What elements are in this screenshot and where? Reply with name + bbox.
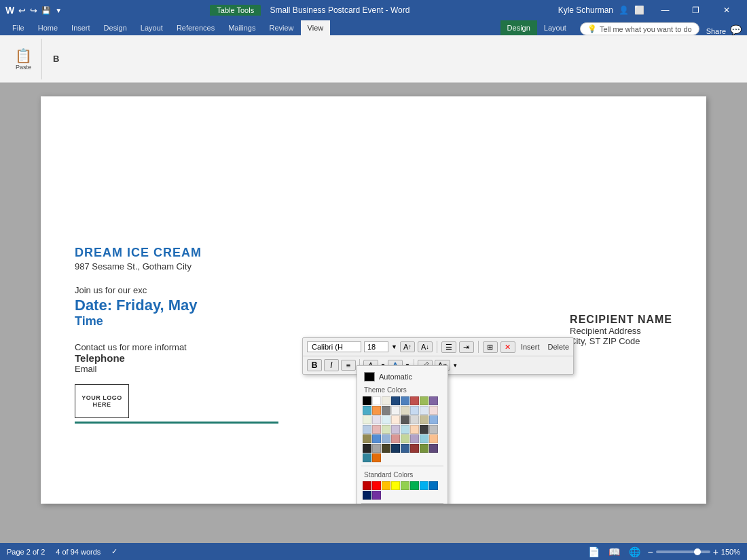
color-cell[interactable] (420, 396, 429, 405)
color-cell[interactable] (382, 406, 390, 415)
color-cell[interactable] (429, 481, 438, 490)
color-cell[interactable] (429, 444, 438, 453)
close-button[interactable]: ✕ (711, 0, 742, 20)
tab-table-layout[interactable]: Layout (537, 20, 573, 35)
color-cell[interactable] (372, 434, 381, 443)
color-cell[interactable] (429, 415, 438, 424)
color-cell[interactable] (363, 425, 371, 434)
color-cell[interactable] (363, 453, 371, 462)
color-cell[interactable] (382, 434, 390, 443)
color-cell[interactable] (391, 406, 400, 415)
color-cell[interactable] (372, 406, 381, 415)
join-text[interactable]: Join us for our exc (75, 285, 672, 295)
restore-button[interactable]: ❐ (680, 0, 711, 20)
color-cell[interactable] (401, 444, 409, 453)
minimize-button[interactable]: — (650, 0, 680, 20)
color-cell[interactable] (391, 396, 400, 405)
recipient-name[interactable]: RECIPIENT NAME (570, 314, 672, 326)
color-cell[interactable] (363, 434, 371, 443)
tell-me-input[interactable]: 💡 Tell me what you want to do (580, 22, 699, 35)
quick-access-customize[interactable]: ▼ (55, 7, 62, 14)
proofing-icon[interactable]: ✓ (111, 547, 117, 556)
color-cell[interactable] (372, 491, 381, 500)
ft-delete-label[interactable]: Delete (547, 343, 569, 351)
zoom-in-button[interactable]: + (713, 546, 718, 557)
color-cell[interactable] (410, 434, 419, 443)
quick-access-redo[interactable]: ↪ (30, 5, 37, 16)
color-cell[interactable] (363, 491, 371, 500)
ft-insert-label[interactable]: Insert (521, 343, 540, 351)
color-cell[interactable] (372, 444, 381, 453)
print-layout-view-button[interactable]: 📄 (586, 546, 601, 557)
color-cell[interactable] (410, 415, 419, 424)
color-cell[interactable] (420, 415, 429, 424)
italic-format-button[interactable]: I (324, 359, 339, 371)
quick-access-save[interactable]: 💾 (41, 6, 51, 15)
font-shrink-button[interactable]: A↓ (418, 341, 433, 352)
tab-view[interactable]: View (301, 20, 331, 35)
color-cell[interactable] (410, 406, 419, 415)
color-cell[interactable] (391, 444, 400, 453)
tab-home[interactable]: Home (31, 20, 65, 35)
paste-button[interactable]: 📋 Paste (11, 41, 36, 77)
color-cell[interactable] (372, 425, 381, 434)
color-cell[interactable] (382, 444, 390, 453)
color-cell[interactable] (429, 434, 438, 443)
quick-access-undo[interactable]: ↩ (18, 5, 26, 16)
color-cell[interactable] (391, 434, 400, 443)
color-cell[interactable] (420, 444, 429, 453)
color-cell[interactable] (410, 396, 419, 405)
styles-dropdown-icon[interactable]: ▼ (452, 362, 458, 369)
comments-icon[interactable]: 💬 (730, 24, 742, 35)
color-cell[interactable] (410, 481, 419, 490)
read-mode-view-button[interactable]: 📖 (606, 546, 621, 557)
recipient-city[interactable]: City, ST ZIP Code (570, 336, 672, 346)
color-cell[interactable] (401, 434, 409, 443)
color-cell[interactable] (372, 481, 381, 490)
bold-format-button[interactable]: B (307, 359, 322, 371)
tab-insert[interactable]: Insert (65, 20, 97, 35)
tab-design[interactable]: Design (97, 20, 134, 35)
color-cell[interactable] (382, 396, 390, 405)
tab-file[interactable]: File (5, 20, 31, 35)
color-cell[interactable] (363, 406, 371, 415)
indent-button[interactable]: ⇥ (459, 341, 474, 353)
align-button[interactable]: ≡ (341, 360, 356, 371)
display-options-icon[interactable]: ⬜ (634, 5, 644, 15)
color-cell[interactable] (372, 396, 381, 405)
date-line[interactable]: Date: Friday, May (75, 297, 672, 314)
zoom-slider[interactable] (656, 550, 710, 553)
zoom-out-button[interactable]: − (647, 546, 653, 557)
tab-layout[interactable]: Layout (134, 20, 170, 35)
color-cell[interactable] (363, 396, 371, 405)
color-cell[interactable] (420, 406, 429, 415)
font-grow-button[interactable]: A↑ (400, 341, 415, 352)
color-cell[interactable] (363, 444, 371, 453)
color-cell[interactable] (429, 425, 438, 434)
web-layout-view-button[interactable]: 🌐 (627, 546, 642, 557)
tab-table-design[interactable]: Design (500, 20, 537, 35)
color-cell[interactable] (401, 425, 409, 434)
tab-mailings[interactable]: Mailings (221, 20, 262, 35)
business-address[interactable]: 987 Sesame St., Gotham City (75, 261, 672, 272)
color-cell[interactable] (410, 425, 419, 434)
tab-review[interactable]: Review (263, 20, 301, 35)
color-cell[interactable] (363, 415, 371, 424)
list-button[interactable]: ☰ (441, 341, 456, 353)
color-cell[interactable] (363, 481, 371, 490)
business-name[interactable]: DREAM ICE CREAM (75, 246, 672, 260)
color-cell[interactable] (391, 481, 400, 490)
table-button[interactable]: ⊞ (483, 341, 498, 353)
color-cell[interactable] (429, 396, 438, 405)
color-cell[interactable] (401, 481, 409, 490)
color-cell[interactable] (410, 444, 419, 453)
color-cell[interactable] (401, 415, 409, 424)
color-cell[interactable] (382, 425, 390, 434)
color-cell[interactable] (372, 415, 381, 424)
tab-references[interactable]: References (170, 20, 221, 35)
cp-automatic-option[interactable]: Automatic (361, 370, 443, 384)
color-cell[interactable] (420, 481, 429, 490)
color-cell[interactable] (420, 425, 429, 434)
share-button[interactable]: Share (706, 27, 726, 35)
color-cell[interactable] (401, 406, 409, 415)
